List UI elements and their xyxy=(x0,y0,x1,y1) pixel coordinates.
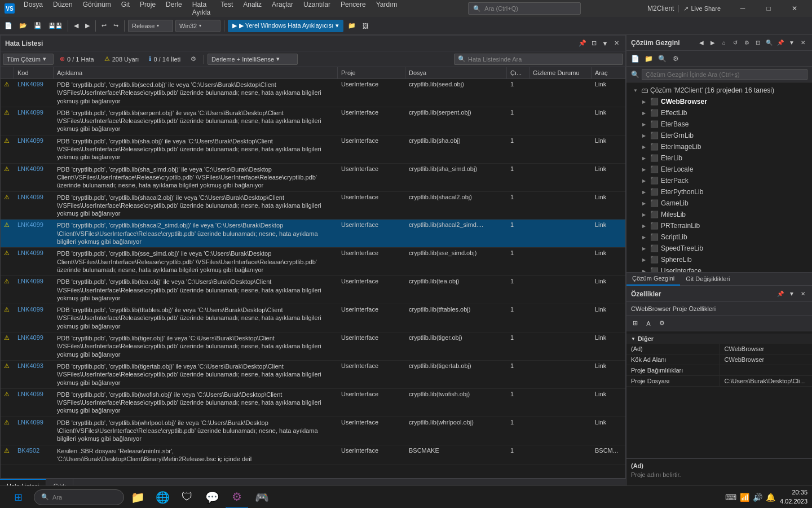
cell-code[interactable]: LNK4099 xyxy=(14,389,54,417)
se-search-input[interactable] xyxy=(642,69,807,80)
system-clock[interactable]: 20:35 4.02.2023 xyxy=(780,488,807,506)
menu-derle[interactable]: Derle xyxy=(161,0,187,17)
maximize-button[interactable]: □ xyxy=(756,0,782,17)
warnings-button[interactable]: ⚠ 208 Uyarı xyxy=(100,54,143,65)
se-float-btn[interactable]: ▼ xyxy=(787,38,796,47)
tree-project-item[interactable]: ▶ ⬛ SpeedTreeLib xyxy=(626,243,812,254)
error-row[interactable]: ⚠ LNK4099 PDB 'cryptlib.pdb', 'cryptlib.… xyxy=(1,417,625,445)
error-row[interactable]: ⚠ LNK4099 PDB 'cryptlib.pdb', 'cryptlib.… xyxy=(1,192,625,220)
se-close-btn[interactable]: ✕ xyxy=(798,38,807,47)
menu-duzen[interactable]: Düzen xyxy=(48,0,77,17)
tree-project-item[interactable]: ▶ ⬛ GameLib xyxy=(626,198,812,209)
cell-code[interactable]: LNK4099 xyxy=(14,276,54,304)
cell-code[interactable]: LNK4099 xyxy=(14,164,54,191)
filter-settings-button[interactable]: ⚙ xyxy=(187,54,200,65)
build-filter-dropdown[interactable]: Derleme + IntelliSense ▾ xyxy=(208,54,298,65)
taskbar-file-explorer[interactable]: 📁 xyxy=(126,486,149,509)
tree-project-item[interactable]: ▶ ⬛ CWebBrowser xyxy=(626,96,812,107)
forward-button[interactable]: ▶ xyxy=(83,20,92,32)
menu-araclar[interactable]: Araçlar xyxy=(267,0,298,17)
se-pin-btn[interactable]: 📌 xyxy=(776,38,785,47)
error-search-box[interactable]: 🔍 Hata Listesinde Ara xyxy=(454,54,623,65)
menu-proje[interactable]: Proje xyxy=(135,0,160,17)
image-icon-button[interactable]: 🖼 xyxy=(360,20,371,32)
taskbar-vs[interactable]: ⚙ xyxy=(226,486,248,509)
props-alpha-btn[interactable]: A xyxy=(642,317,655,330)
tree-project-item[interactable]: ▶ ⬛ EterPack xyxy=(626,175,812,186)
new-file-button[interactable]: 📄 xyxy=(2,20,15,32)
cell-code[interactable]: LNK4099 xyxy=(14,192,54,220)
taskbar-app4[interactable]: 💬 xyxy=(201,486,223,509)
se-sync-btn[interactable]: ↺ xyxy=(731,38,740,47)
cell-code[interactable]: LNK4099 xyxy=(14,79,54,107)
tree-project-item[interactable]: ▶ ⬛ EterPythonLib xyxy=(626,186,812,198)
error-row[interactable]: ⚠ LNK4099 PDB 'cryptlib.pdb', 'cryptlib.… xyxy=(1,248,625,276)
minimize-button[interactable]: ─ xyxy=(730,0,756,17)
float-button[interactable]: ⊡ xyxy=(589,39,598,48)
props-close-btn[interactable]: ✕ xyxy=(798,290,807,299)
se-settings-btn[interactable]: ⚙ xyxy=(742,38,751,47)
title-search-placeholder[interactable]: Ara (Ctrl+Q) xyxy=(484,5,518,12)
props-settings-btn[interactable]: ⚙ xyxy=(656,317,668,330)
dock-button[interactable]: ▼ xyxy=(601,39,610,48)
menu-dosya[interactable]: Dosya xyxy=(19,0,47,17)
back-button[interactable]: ◀ xyxy=(72,20,81,32)
messages-button[interactable]: ℹ 0 / 14 İleti xyxy=(145,54,184,65)
taskbar-app3[interactable]: 🛡 xyxy=(176,486,198,509)
se-home-btn[interactable]: ⌂ xyxy=(720,38,729,47)
props-pin-btn[interactable]: 📌 xyxy=(776,290,785,299)
save-button[interactable]: 💾 xyxy=(32,20,44,32)
tray-icon-1[interactable]: ⌨ xyxy=(725,493,736,502)
taskbar-app6[interactable]: 🎮 xyxy=(250,486,273,509)
tree-project-item[interactable]: ▶ ⬛ UserInterface xyxy=(626,265,812,272)
se-extra-btn[interactable]: ⊡ xyxy=(753,38,762,47)
error-row[interactable]: ⚠ LNK4099 PDB 'cryptlib.pdb', 'cryptlib.… xyxy=(1,107,625,135)
cell-code[interactable]: LNK4093 xyxy=(14,361,54,388)
se-toolbar-btn4[interactable]: ⚙ xyxy=(669,52,682,65)
cell-code[interactable]: LNK4099 xyxy=(14,220,54,247)
error-row[interactable]: ⚠ LNK4099 PDB 'cryptlib.pdb', 'cryptlib.… xyxy=(1,332,625,361)
tree-project-item[interactable]: ▶ ⬛ EterBase xyxy=(626,119,812,130)
props-category-btn[interactable]: ⊞ xyxy=(629,317,641,330)
run-button[interactable]: ▶ ▶ Yerel Windows Hata Ayıklayıcısı ▾ xyxy=(228,20,343,32)
cell-code[interactable]: LNK4099 xyxy=(14,135,54,163)
tree-project-item[interactable]: ▶ ⬛ MilesLib xyxy=(626,209,812,220)
tray-icon-3[interactable]: 🔊 xyxy=(753,493,762,502)
menu-yardim[interactable]: Yardım xyxy=(372,0,402,17)
menu-pencere[interactable]: Pencere xyxy=(336,0,370,17)
cell-code[interactable]: BK4502 xyxy=(14,445,54,465)
se-nav-back[interactable]: ◀ xyxy=(697,38,706,47)
error-row[interactable]: ⚠ LNK4099 PDB 'cryptlib.pdb', 'cryptlib.… xyxy=(1,79,625,107)
error-row[interactable]: ⚠ LNK4099 PDB 'cryptlib.pdb', 'cryptlib.… xyxy=(1,164,625,192)
se-toolbar-btn2[interactable]: 📁 xyxy=(642,52,655,65)
error-row[interactable]: ⚠ LNK4099 PDB 'cryptlib.pdb', 'cryptlib.… xyxy=(1,389,625,417)
tree-project-item[interactable]: ▶ ⬛ EterImageLib xyxy=(626,141,812,152)
cell-code[interactable]: LNK4099 xyxy=(14,417,54,445)
menu-analiz[interactable]: Analiz xyxy=(239,0,266,17)
menu-test[interactable]: Test xyxy=(216,0,237,17)
tree-project-item[interactable]: ▶ ⬛ ScriptLib xyxy=(626,231,812,243)
cell-code[interactable]: LNK4099 xyxy=(14,332,54,360)
tree-project-item[interactable]: ▶ ⬛ EffectLib xyxy=(626,107,812,119)
pin-button[interactable]: 📌 xyxy=(578,39,587,48)
tree-project-item[interactable]: ▶ ⬛ EterLocale xyxy=(626,164,812,175)
save-all-button[interactable]: 💾💾 xyxy=(46,20,64,32)
folder-icon-button[interactable]: 📁 xyxy=(346,20,358,32)
redo-button[interactable]: ↪ xyxy=(111,20,121,32)
tab-git-changes[interactable]: Git Değişiklikleri xyxy=(680,272,735,286)
error-row[interactable]: ⚠ BK4502 Kesilen .SBR dosyası 'Release\m… xyxy=(1,445,625,466)
props-float-btn[interactable]: ▼ xyxy=(787,290,796,299)
se-toolbar-btn3[interactable]: 🔍 xyxy=(656,52,668,65)
se-search-btn[interactable]: 🔍 xyxy=(765,38,774,47)
tray-icon-2[interactable]: 📶 xyxy=(740,493,749,502)
taskbar-search[interactable]: 🔍 Ara xyxy=(34,489,124,505)
platform-dropdown[interactable]: Win32 ▾ xyxy=(175,20,220,32)
menu-uzantilar[interactable]: Uzantılar xyxy=(299,0,335,17)
error-row[interactable]: ⚠ LNK4099 PDB 'cryptlib.pdb', 'cryptlib.… xyxy=(1,135,625,164)
taskbar-edge[interactable]: 🌐 xyxy=(151,486,174,509)
tree-project-item[interactable]: ▶ ⬛ PRTerrainLib xyxy=(626,220,812,231)
cell-code[interactable]: LNK4099 xyxy=(14,248,54,275)
undo-button[interactable]: ↩ xyxy=(99,20,109,32)
menu-git[interactable]: Git xyxy=(117,0,134,17)
se-toolbar-btn1[interactable]: 📄 xyxy=(629,52,641,65)
